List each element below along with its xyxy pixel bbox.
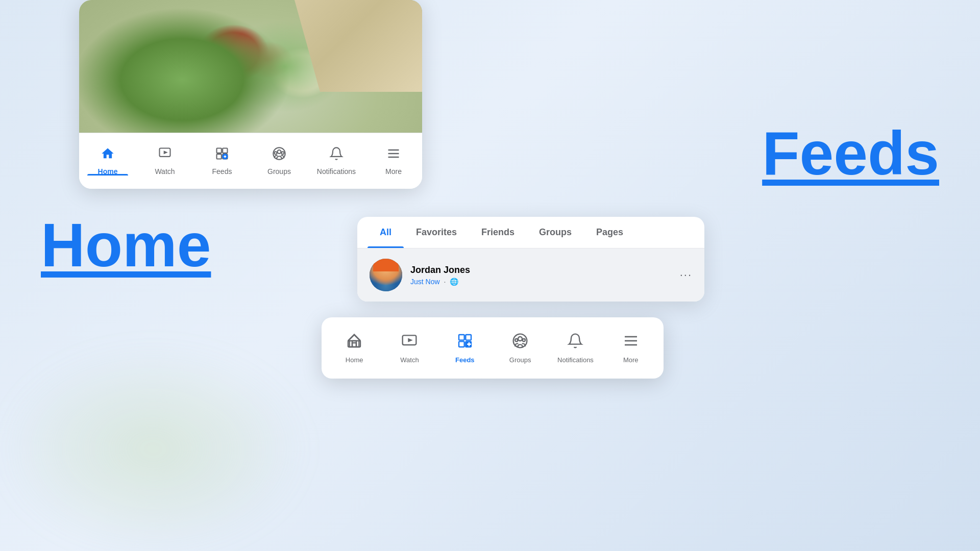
food-image: [79, 0, 422, 133]
bottom-groups-icon: [512, 333, 528, 353]
bottom-bell-icon: [567, 333, 583, 353]
svg-rect-3: [223, 148, 227, 153]
top-nav-groups[interactable]: Groups: [259, 146, 300, 176]
tab-all[interactable]: All: [368, 217, 404, 248]
globe-icon: 🌐: [450, 278, 458, 286]
feeds-icon: [215, 146, 229, 164]
top-nav-home[interactable]: Home: [87, 146, 128, 176]
tab-pages[interactable]: Pages: [584, 217, 635, 248]
bottom-nav-feeds[interactable]: Feeds: [442, 333, 488, 364]
watch-icon: [158, 146, 172, 164]
bottom-nav-more[interactable]: More: [608, 333, 654, 364]
svg-rect-4: [217, 154, 222, 159]
feed-card: All Favorites Friends Groups Pages Jorda…: [357, 217, 704, 302]
top-nav-watch-label: Watch: [155, 167, 175, 176]
tab-groups[interactable]: Groups: [527, 217, 584, 248]
top-nav-notifications-label: Notifications: [317, 167, 356, 176]
post-meta: Just Now · 🌐: [410, 278, 672, 286]
more-icon: [386, 146, 401, 164]
home-icon: [101, 146, 115, 164]
bell-icon: [329, 146, 344, 164]
svg-point-10: [281, 152, 284, 154]
top-nav-watch[interactable]: Watch: [144, 146, 185, 176]
svg-rect-19: [459, 341, 464, 347]
bottom-nav-watch[interactable]: Watch: [386, 333, 432, 364]
bottom-home-icon: [346, 333, 362, 353]
bottom-nav-groups[interactable]: Groups: [497, 333, 543, 364]
svg-rect-17: [459, 335, 464, 340]
svg-point-9: [274, 152, 277, 154]
svg-marker-16: [408, 338, 413, 342]
top-nav-home-label: Home: [98, 167, 118, 176]
svg-point-8: [278, 150, 281, 154]
svg-point-23: [515, 339, 518, 341]
post-info: Jordan Jones Just Now · 🌐: [410, 265, 672, 286]
home-label: Home: [41, 214, 211, 276]
post-item: Jordan Jones Just Now · 🌐 ···: [357, 248, 704, 302]
post-timestamp: Just Now: [410, 278, 440, 286]
avatar-image: [370, 259, 402, 291]
svg-rect-18: [465, 335, 471, 340]
svg-rect-2: [217, 148, 222, 153]
groups-icon: [272, 146, 286, 164]
svg-point-22: [518, 337, 522, 341]
top-nav-more[interactable]: More: [373, 146, 414, 176]
top-nav-more-label: More: [385, 167, 402, 176]
bottom-feeds-icon: [457, 333, 473, 353]
svg-point-24: [523, 339, 525, 341]
bottom-more-label: More: [623, 356, 639, 364]
tab-friends[interactable]: Friends: [469, 217, 527, 248]
top-phone-card: Home Watch: [79, 0, 422, 189]
meta-dot: ·: [444, 278, 446, 286]
bottom-home-label: Home: [346, 356, 363, 364]
svg-marker-1: [164, 151, 168, 154]
top-nav-bar: Home Watch: [79, 133, 422, 189]
bottom-nav-notifications[interactable]: Notifications: [552, 333, 598, 364]
bottom-watch-label: Watch: [400, 356, 419, 364]
feeds-label: Feeds: [762, 122, 939, 184]
top-nav-feeds-label: Feeds: [212, 167, 232, 176]
post-more-button[interactable]: ···: [680, 268, 692, 282]
top-nav-notifications[interactable]: Notifications: [316, 146, 357, 176]
bottom-nav-bar: Home Watch Feed: [322, 317, 664, 379]
background-decoration: [0, 347, 306, 551]
bottom-nav-home[interactable]: Home: [331, 333, 377, 364]
bottom-feeds-label: Feeds: [455, 356, 475, 364]
bottom-groups-label: Groups: [509, 356, 531, 364]
top-nav-groups-label: Groups: [267, 167, 291, 176]
bottom-more-icon: [623, 333, 639, 353]
tab-favorites[interactable]: Favorites: [404, 217, 469, 248]
top-nav-feeds[interactable]: Feeds: [202, 146, 242, 176]
post-author-name: Jordan Jones: [410, 265, 672, 276]
avatar: [370, 259, 402, 291]
bottom-notifications-label: Notifications: [557, 356, 594, 364]
bottom-watch-icon: [401, 333, 418, 353]
feed-tabs-bar: All Favorites Friends Groups Pages: [357, 217, 704, 248]
bottom-nav-card: Home Watch Feed: [322, 317, 664, 379]
